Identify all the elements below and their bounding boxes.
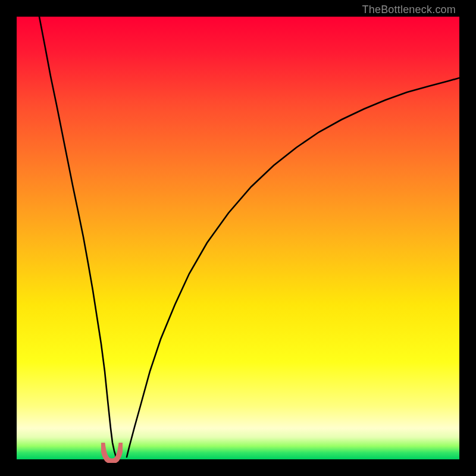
chart-background-gradient (17, 17, 459, 459)
chart-frame: TheBottleneck.com (0, 0, 476, 476)
watermark-text: TheBottleneck.com (362, 4, 456, 16)
